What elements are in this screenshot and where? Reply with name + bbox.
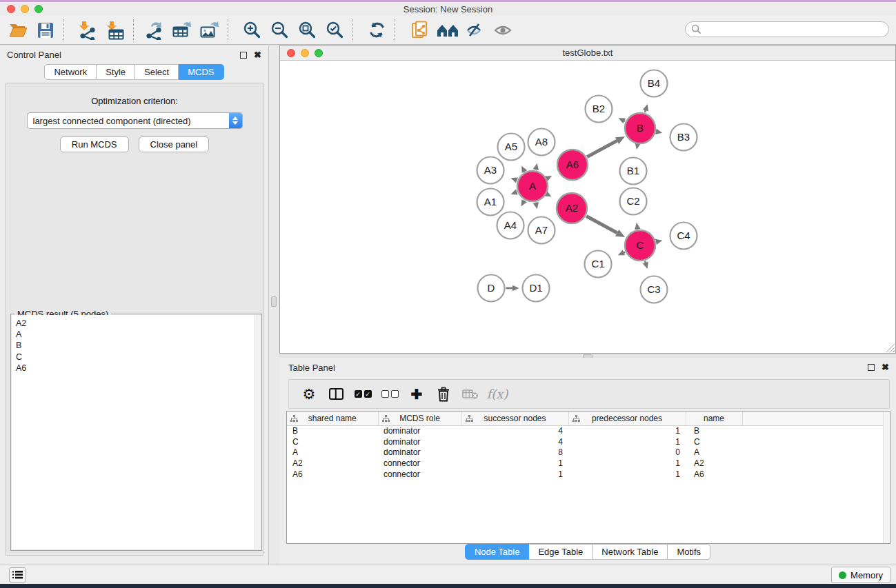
graph-node-A[interactable]: A [517,171,548,201]
table-row[interactable]: A6connector11A6 [287,469,890,480]
table-cell[interactable]: 0 [568,447,686,458]
eye-icon[interactable] [489,18,517,43]
tab-style[interactable]: Style [97,64,135,80]
table-cell[interactable]: A [686,447,742,458]
result-scrollbar[interactable] [255,315,261,549]
result-list-item[interactable]: A6 [12,363,261,374]
export-network-icon[interactable] [141,18,168,43]
graph-node-A4[interactable]: A4 [497,212,524,239]
graph-node-A1[interactable]: A1 [477,189,504,216]
table-row[interactable]: Bdominator41B [287,425,890,436]
export-table-icon[interactable] [168,18,196,43]
table-row[interactable]: Cdominator41C [287,436,890,447]
edge-B-B2[interactable] [624,121,625,121]
tab-network[interactable]: Network [44,64,97,80]
table-cell[interactable]: 1 [461,469,568,480]
search-field[interactable] [685,21,889,37]
houses-icon[interactable] [434,18,461,43]
table-cell[interactable]: 4 [461,425,568,436]
run-mcds-button[interactable]: Run MCDS [60,136,129,152]
float-table-panel-icon[interactable] [868,364,875,371]
table-cell[interactable]: connector [378,458,461,469]
edge-A6-B[interactable] [587,141,617,157]
close-panel-button[interactable]: Close panel [139,136,210,152]
apply-layout-icon[interactable] [363,18,390,43]
table-cell[interactable]: 8 [461,447,568,458]
graph-node-D1[interactable]: D1 [523,275,550,302]
tab-edge-table[interactable]: Edge Table [529,544,593,560]
mcds-result-list[interactable]: A2ABCA6 [12,315,261,549]
graph-node-B3[interactable]: B3 [670,124,697,151]
table-cell[interactable]: 1 [568,458,686,469]
graph-node-C2[interactable]: C2 [620,188,647,215]
column-layout-icon[interactable] [326,383,346,405]
graph-node-C[interactable]: C [625,230,655,261]
table-cell[interactable]: C [686,436,742,447]
graph-node-A6[interactable]: A6 [557,150,588,180]
network-canvas[interactable]: B4B2BB3A8A5A6A3B1AA1C2A2A4A7C4CC1C3DD1 [280,61,895,353]
network-graph[interactable]: B4B2BB3A8A5A6A3B1AA1C2A2A4A7C4CC1C3DD1 [280,61,895,353]
graph-node-A2[interactable]: A2 [557,193,587,223]
edge-B-B4[interactable] [645,110,646,112]
table-cell[interactable]: C [287,436,378,447]
close-table-panel-icon[interactable]: ✖ [882,364,889,371]
graph-node-B4[interactable]: B4 [641,70,668,97]
table-cell[interactable]: 1 [568,425,686,436]
edge-C-C1[interactable] [624,252,625,253]
graph-node-A5[interactable]: A5 [498,134,525,161]
table-cell[interactable]: 1 [461,458,568,469]
table-cell[interactable]: 1 [568,436,686,447]
graph-node-B1[interactable]: B1 [620,158,647,185]
table-cell[interactable]: B [686,425,742,436]
network-document-icon[interactable] [406,18,434,43]
zoom-out-icon[interactable] [266,18,293,43]
table-cell[interactable]: B [287,425,378,436]
zoom-in-icon[interactable] [238,18,266,43]
table-cell[interactable]: connector [378,469,461,480]
table-scrollbar[interactable] [883,412,890,543]
network-window-titlebar[interactable]: testGlobe.txt [280,45,895,61]
tab-motifs[interactable]: Motifs [668,544,710,560]
result-list-item[interactable]: A [12,329,261,340]
table-cell[interactable]: A2 [287,458,378,469]
tab-select[interactable]: Select [135,64,179,80]
memory-button[interactable]: Memory [831,567,890,583]
column-header-predecessor-nodes[interactable]: predecessor nodes [568,412,686,425]
export-image-icon[interactable] [196,18,223,43]
task-history-button[interactable] [9,567,26,582]
result-list-item[interactable]: C [12,352,261,363]
tab-mcds[interactable]: MCDS [179,64,223,80]
zoom-fit-icon[interactable] [293,18,321,43]
select-all-columns-icon[interactable]: ✓✓ [352,383,373,405]
delete-columns-icon[interactable] [433,383,454,405]
result-list-item[interactable]: A2 [12,318,261,329]
table-cell[interactable]: A2 [686,458,742,469]
edge-C-C3[interactable] [645,261,646,263]
graph-node-C1[interactable]: C1 [585,251,612,278]
unselect-all-columns-icon[interactable] [379,383,400,405]
splitter-handle[interactable] [271,296,277,307]
search-input[interactable] [701,24,888,34]
column-header-shared-name[interactable]: shared name [287,412,378,425]
resize-grip-icon[interactable] [886,343,895,352]
table-settings-gear-icon[interactable]: ⚙ [299,383,319,405]
column-header-name[interactable]: name [686,412,742,425]
column-header-MCDS-role[interactable]: MCDS role [378,412,461,425]
save-session-icon[interactable] [32,18,59,43]
table-row[interactable]: Adominator80A [287,447,890,458]
graph-node-C3[interactable]: C3 [641,276,668,303]
graph-node-B[interactable]: B [625,113,655,143]
import-network-icon[interactable] [74,18,101,43]
table-cell[interactable]: A6 [287,469,378,480]
tab-network-table[interactable]: Network Table [593,544,668,560]
graph-node-A3[interactable]: A3 [477,157,504,184]
zoom-selected-icon[interactable] [321,18,348,43]
result-list-item[interactable]: B [12,340,261,351]
tab-node-table[interactable]: Node Table [465,544,530,560]
edge-A2-C[interactable] [586,216,617,232]
graph-node-A7[interactable]: A7 [528,217,555,244]
table-cell[interactable]: A6 [686,469,742,480]
eye-slash-icon[interactable] [461,18,489,43]
graph-node-C4[interactable]: C4 [670,223,697,250]
criterion-dropdown[interactable]: largest connected component (directed) [27,112,243,129]
